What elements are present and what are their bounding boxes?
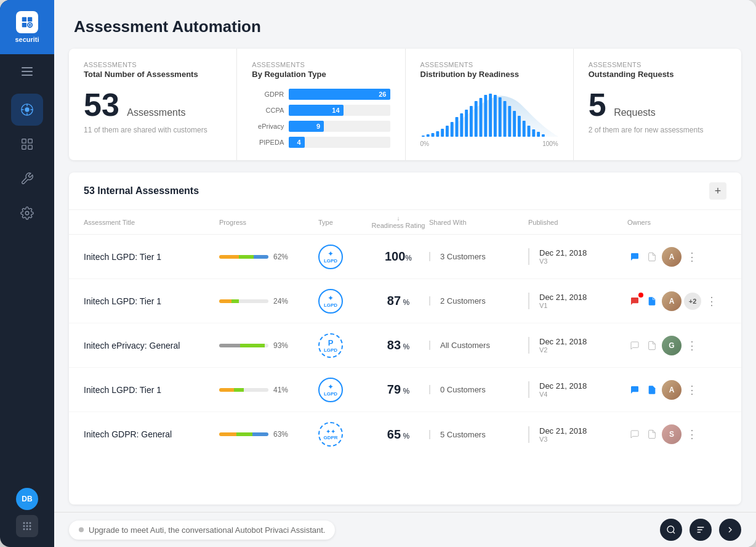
svg-rect-45 bbox=[537, 132, 540, 137]
sidebar-item-settings[interactable] bbox=[11, 197, 43, 229]
apps-button[interactable] bbox=[16, 515, 38, 537]
user-avatar[interactable]: DB bbox=[16, 488, 38, 510]
row-4-type: ✦ LGPD bbox=[318, 378, 368, 402]
row-4-progress: 41% bbox=[219, 386, 318, 394]
row-4-readiness: 79 % bbox=[368, 383, 429, 397]
table-body: Initech LGPD: Tier 1 62% ✦ LGPD bbox=[69, 235, 741, 504]
owner-avatar: A bbox=[662, 380, 682, 400]
more-button[interactable]: ⋮ bbox=[684, 339, 700, 352]
extra-owners-badge: +2 bbox=[684, 293, 701, 310]
row-5-readiness: 65 % bbox=[368, 427, 429, 442]
svg-point-19 bbox=[26, 529, 28, 530]
table-row: Initech LGPD: Tier 1 62% ✦ LGPD bbox=[69, 235, 741, 279]
more-button[interactable]: ⋮ bbox=[684, 250, 700, 264]
page-title: Assessment Automation bbox=[74, 17, 736, 36]
row-1-progress: 62% bbox=[219, 253, 318, 261]
doc-blue2-icon[interactable] bbox=[645, 383, 659, 397]
table-title: 53 Internal Assessments bbox=[84, 185, 199, 197]
stat-dist-title: Distribution by Readiness bbox=[420, 70, 558, 79]
col-published: Published bbox=[528, 219, 627, 226]
owner-avatar: S bbox=[662, 424, 682, 444]
more-button[interactable]: ⋮ bbox=[684, 383, 700, 397]
row-3-published: Dec 21, 2018 V2 bbox=[528, 337, 627, 354]
doc-blue-icon[interactable] bbox=[645, 294, 659, 309]
svg-point-4 bbox=[29, 24, 31, 26]
stat-regulation-label: Assessments bbox=[252, 61, 390, 68]
row-2-published: Dec 21, 2018 V1 bbox=[528, 293, 627, 309]
sidebar-item-tools[interactable] bbox=[11, 163, 43, 195]
svg-rect-31 bbox=[469, 106, 472, 137]
row-3-readiness: 83 % bbox=[368, 338, 429, 352]
row-4-shared: 0 Customers bbox=[429, 385, 528, 394]
svg-point-17 bbox=[30, 525, 31, 527]
bar-ccpa: CCPA 14 bbox=[252, 105, 390, 116]
hamburger-icon bbox=[22, 67, 33, 76]
row-1-type: ✦ LGPD bbox=[318, 245, 368, 269]
svg-point-14 bbox=[30, 522, 31, 524]
svg-rect-29 bbox=[460, 113, 463, 137]
svg-rect-42 bbox=[522, 121, 525, 137]
chat-icon[interactable] bbox=[627, 249, 642, 264]
doc-empty-icon[interactable] bbox=[645, 338, 659, 353]
row-2-readiness: 87 % bbox=[368, 294, 429, 308]
doc-empty2-icon[interactable] bbox=[645, 427, 659, 442]
stat-total-unit: Assessments bbox=[127, 107, 185, 118]
row-3-progress: 93% bbox=[219, 341, 318, 350]
svg-rect-25 bbox=[441, 129, 444, 137]
owner-avatar: A bbox=[662, 247, 682, 267]
regulation-chart: GDPR 26 CCPA 14 bbox=[252, 89, 390, 148]
row-4-owners: A ⋮ bbox=[627, 380, 726, 400]
stat-outstanding-label: Assessments bbox=[589, 61, 726, 68]
row-4-published: Dec 21, 2018 V4 bbox=[528, 381, 627, 398]
svg-rect-41 bbox=[517, 116, 520, 137]
chat-notif-icon[interactable] bbox=[627, 294, 642, 309]
search-button[interactable] bbox=[660, 519, 682, 541]
svg-rect-24 bbox=[436, 131, 439, 137]
col-shared: Shared With bbox=[429, 219, 528, 226]
svg-point-47 bbox=[667, 526, 674, 533]
row-4-name: Initech LGPD: Tier 1 bbox=[84, 385, 219, 395]
chat-empty-icon[interactable] bbox=[627, 338, 642, 353]
bar-gdpr: GDPR 26 bbox=[252, 89, 390, 100]
svg-rect-1 bbox=[28, 17, 32, 22]
sidebar-item-dashboard[interactable] bbox=[11, 94, 43, 126]
upgrade-text: Upgrade to meet Auti, the conversational… bbox=[89, 525, 325, 535]
menu-toggle[interactable] bbox=[0, 57, 54, 86]
more-button[interactable]: ⋮ bbox=[704, 294, 720, 308]
svg-rect-36 bbox=[493, 95, 496, 137]
row-1-shared: 3 Customers bbox=[429, 252, 528, 261]
svg-rect-7 bbox=[22, 139, 26, 143]
row-3-owners: G ⋮ bbox=[627, 336, 726, 355]
svg-rect-23 bbox=[431, 133, 434, 137]
svg-rect-40 bbox=[513, 111, 516, 137]
table-header: 53 Internal Assessments + bbox=[69, 172, 741, 210]
svg-rect-10 bbox=[28, 145, 32, 149]
svg-rect-39 bbox=[508, 106, 511, 137]
bar-pipeda: PIPEDA 4 bbox=[252, 137, 390, 148]
row-2-name: Initech LGPD: Tier 1 bbox=[84, 296, 219, 306]
bottom-bar: Upgrade to meet Auti, the conversational… bbox=[54, 512, 756, 547]
chat-empty2-icon[interactable] bbox=[627, 427, 642, 442]
svg-rect-21 bbox=[421, 136, 424, 137]
filter-button[interactable] bbox=[690, 519, 712, 541]
svg-point-11 bbox=[25, 211, 29, 215]
sidebar: securiti DB bbox=[0, 0, 54, 547]
chat-blue-icon[interactable] bbox=[627, 383, 642, 397]
more-button[interactable]: ⋮ bbox=[684, 427, 700, 441]
row-2-shared: 2 Customers bbox=[429, 296, 528, 306]
main-content: Assessment Automation Assessments Total … bbox=[54, 0, 756, 547]
owner-avatar: G bbox=[662, 336, 682, 355]
doc-icon[interactable] bbox=[645, 249, 659, 264]
col-type: Type bbox=[318, 219, 368, 226]
row-3-shared: All Customers bbox=[429, 341, 528, 350]
row-5-owners: S ⋮ bbox=[627, 424, 726, 444]
forward-button[interactable] bbox=[719, 519, 741, 541]
upgrade-chat-bubble[interactable]: Upgrade to meet Auti, the conversational… bbox=[69, 521, 335, 540]
sidebar-item-monitor[interactable] bbox=[11, 128, 43, 160]
table-row: Initech GDPR: General 63% ✦✦ GDPR bbox=[69, 412, 741, 456]
table-row: Initech LGPD: Tier 1 24% ✦ LGPD bbox=[69, 279, 741, 323]
row-2-type: ✦ LGPD bbox=[318, 289, 368, 314]
svg-rect-30 bbox=[465, 110, 468, 137]
logo[interactable]: securiti bbox=[0, 0, 54, 54]
add-assessment-button[interactable]: + bbox=[709, 182, 726, 200]
